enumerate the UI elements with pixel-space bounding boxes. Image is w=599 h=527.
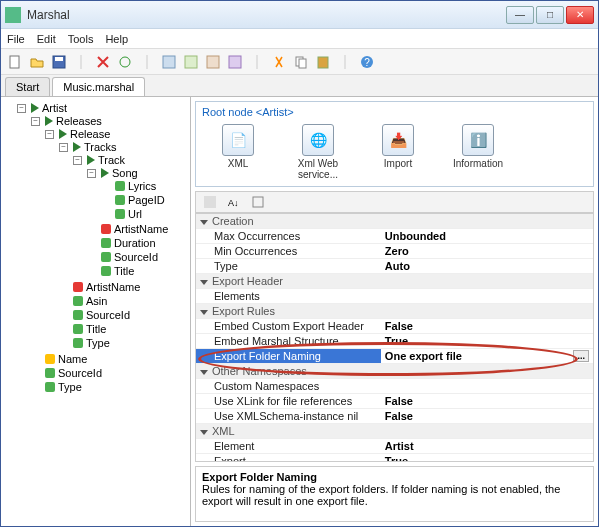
prop-embed-header[interactable]: Embed Custom Export Header <box>196 319 381 334</box>
expand-icon[interactable]: − <box>87 169 96 178</box>
tree-duration[interactable]: Duration <box>114 237 156 249</box>
leaf-icon <box>73 282 83 292</box>
information-button[interactable]: ℹ️Information <box>448 124 508 180</box>
tree-title-r[interactable]: Title <box>86 323 106 335</box>
leaf-icon <box>101 252 111 262</box>
leaf-icon <box>115 209 125 219</box>
prop-type[interactable]: Type <box>196 259 381 274</box>
cut-button[interactable] <box>269 52 289 72</box>
property-help: Export Folder Naming Rules for naming of… <box>195 466 594 522</box>
tree-type-r[interactable]: Type <box>86 337 110 349</box>
prop-export-folder-naming[interactable]: Export Folder Naming <box>196 349 381 364</box>
tool-a-button[interactable] <box>159 52 179 72</box>
tree-song[interactable]: Song <box>112 167 138 179</box>
maximize-button[interactable]: □ <box>536 6 564 24</box>
tree-sourceid-r[interactable]: SourceId <box>86 309 130 321</box>
prop-xsi-nil[interactable]: Use XMLSchema-instance nil <box>196 409 381 424</box>
tree-asin[interactable]: Asin <box>86 295 107 307</box>
tree-type-a[interactable]: Type <box>58 381 82 393</box>
sep2-icon <box>137 52 157 72</box>
collapse-icon[interactable] <box>200 280 208 285</box>
expand-icon[interactable]: − <box>73 156 82 165</box>
property-grid[interactable]: Creation Max OccurrencesUnbounded Min Oc… <box>195 213 594 462</box>
menu-edit[interactable]: Edit <box>37 33 56 45</box>
tree-url[interactable]: Url <box>128 208 142 220</box>
delete-button[interactable] <box>93 52 113 72</box>
tree-artistname-r[interactable]: ArtistName <box>86 281 140 293</box>
xml-web-service-button[interactable]: 🌐Xml Web service... <box>288 124 348 180</box>
prop-min-occurrences[interactable]: Min Occurrences <box>196 244 381 259</box>
tree-tracks[interactable]: Tracks <box>84 141 117 153</box>
expand-icon[interactable]: − <box>17 104 26 113</box>
tree-title-t[interactable]: Title <box>114 265 134 277</box>
refresh-button[interactable] <box>115 52 135 72</box>
leaf-icon <box>73 310 83 320</box>
save-button[interactable] <box>49 52 69 72</box>
tree-artistname-t[interactable]: ArtistName <box>114 223 168 235</box>
minimize-button[interactable]: — <box>506 6 534 24</box>
tree-name[interactable]: Name <box>58 353 87 365</box>
property-toolbar: A↓ <box>195 191 594 213</box>
new-button[interactable] <box>5 52 25 72</box>
menu-tools[interactable]: Tools <box>68 33 94 45</box>
menu-file[interactable]: File <box>7 33 25 45</box>
tool-b-button[interactable] <box>181 52 201 72</box>
prop-elements[interactable]: Elements <box>196 289 381 304</box>
svg-rect-3 <box>55 57 63 61</box>
svg-rect-13 <box>299 59 306 68</box>
leaf-icon <box>73 324 83 334</box>
open-button[interactable] <box>27 52 47 72</box>
import-button[interactable]: 📥Import <box>368 124 428 180</box>
svg-rect-9 <box>207 56 219 68</box>
collapse-icon[interactable] <box>200 220 208 225</box>
title-bar[interactable]: Marshal — □ ✕ <box>1 1 598 29</box>
tree-sourceid-a[interactable]: SourceId <box>58 367 102 379</box>
svg-rect-18 <box>204 196 216 208</box>
tree-lyrics[interactable]: Lyrics <box>128 180 156 192</box>
categorized-button[interactable] <box>200 192 220 212</box>
tab-music[interactable]: Music.marshal <box>52 77 145 96</box>
xml-button[interactable]: 📄XML <box>208 124 268 180</box>
copy-button[interactable] <box>291 52 311 72</box>
import-icon: 📥 <box>382 124 414 156</box>
tree-view[interactable]: −Artist −Releases −Release −Tracks −Trac… <box>1 97 191 526</box>
expand-icon[interactable]: − <box>31 117 40 126</box>
tool-c-button[interactable] <box>203 52 223 72</box>
close-button[interactable]: ✕ <box>566 6 594 24</box>
collapse-icon[interactable] <box>200 310 208 315</box>
tree-releases[interactable]: Releases <box>56 115 102 127</box>
prop-element[interactable]: Element <box>196 439 381 454</box>
svg-rect-14 <box>318 57 328 68</box>
sep3-icon <box>247 52 267 72</box>
expand-icon[interactable]: − <box>59 143 68 152</box>
root-node-panel: Root node <Artist> 📄XML 🌐Xml Web service… <box>195 101 594 187</box>
alphabetical-button[interactable]: A↓ <box>224 192 244 212</box>
svg-point-5 <box>120 57 130 67</box>
tool-d-button[interactable] <box>225 52 245 72</box>
paste-button[interactable] <box>313 52 333 72</box>
help-button[interactable]: ? <box>357 52 377 72</box>
prop-custom-namespaces[interactable]: Custom Namespaces <box>196 379 381 394</box>
tree-sourceid-t[interactable]: SourceId <box>114 251 158 263</box>
toolbar: ? <box>1 49 598 75</box>
leaf-icon <box>45 368 55 378</box>
sep4-icon <box>335 52 355 72</box>
prop-xlink[interactable]: Use XLink for file references <box>196 394 381 409</box>
tree-release[interactable]: Release <box>70 128 110 140</box>
tree-track[interactable]: Track <box>98 154 125 166</box>
prop-embed-marshal[interactable]: Embed Marshal Structure <box>196 334 381 349</box>
tree-artist[interactable]: Artist <box>42 102 67 114</box>
leaf-icon <box>73 296 83 306</box>
expand-icon[interactable]: − <box>45 130 54 139</box>
property-pages-button[interactable] <box>248 192 268 212</box>
svg-rect-10 <box>229 56 241 68</box>
menu-help[interactable]: Help <box>105 33 128 45</box>
prop-max-occurrences[interactable]: Max Occurrences <box>196 229 381 244</box>
globe-icon: 🌐 <box>302 124 334 156</box>
tab-start[interactable]: Start <box>5 77 50 96</box>
ellipsis-button[interactable]: ... <box>573 350 589 362</box>
tree-pageid[interactable]: PageID <box>128 194 165 206</box>
prop-export[interactable]: Export <box>196 454 381 463</box>
collapse-icon[interactable] <box>200 370 208 375</box>
collapse-icon[interactable] <box>200 430 208 435</box>
